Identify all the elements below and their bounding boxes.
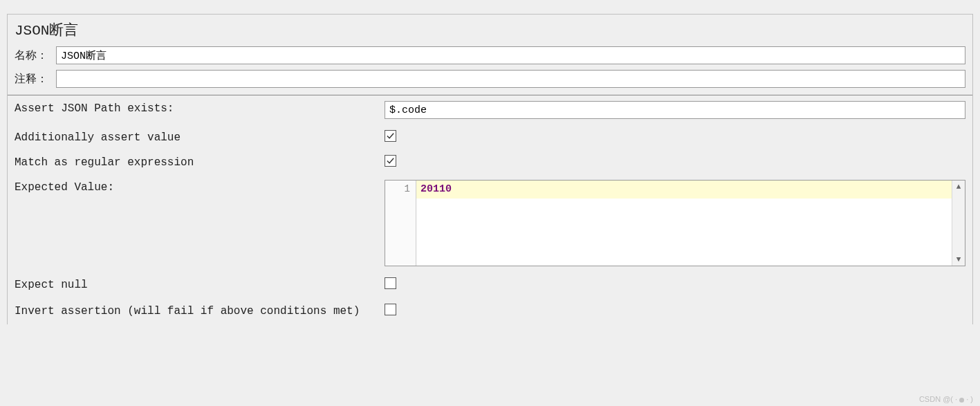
watermark-tail: · ) [964, 395, 973, 403]
assert-value-row: Additionally assert value [8, 124, 972, 149]
expect-null-row: Expect null [8, 272, 972, 298]
json-assertion-panel: JSON断言 名称： 注释： Assert JSON Path exists: … [7, 14, 973, 324]
editor-gutter: 1 [385, 181, 416, 266]
name-label: 名称： [15, 48, 56, 63]
scroll-up-icon[interactable]: ▲ [952, 181, 965, 193]
watermark-text: CSDN @( · [919, 395, 959, 403]
expected-value-editor[interactable]: 1 20110 ▲ ▼ [385, 180, 965, 266]
line-number: 1 [385, 183, 410, 194]
regex-row: Match as regular expression [8, 149, 972, 174]
name-input[interactable] [56, 46, 965, 64]
comment-input[interactable] [56, 70, 965, 88]
comment-row: 注释： [8, 67, 972, 91]
check-icon [386, 156, 395, 165]
regex-checkbox[interactable] [385, 155, 396, 167]
check-icon [386, 131, 395, 140]
expect-null-label: Expect null [15, 277, 385, 291]
panel-title: JSON断言 [8, 15, 972, 44]
scroll-down-icon[interactable]: ▼ [952, 253, 965, 266]
json-path-label: Assert JSON Path exists: [15, 101, 385, 115]
code-line-1[interactable]: 20110 [416, 181, 952, 199]
name-row: 名称： [8, 44, 972, 67]
editor-content[interactable]: 20110 [416, 181, 952, 266]
expected-value-row: Expected Value: 1 20110 ▲ ▼ [8, 174, 972, 272]
invert-checkbox[interactable] [385, 304, 396, 315]
json-path-row: Assert JSON Path exists: [8, 95, 972, 124]
expect-null-checkbox[interactable] [385, 277, 396, 289]
editor-scrollbar[interactable]: ▲ ▼ [952, 181, 965, 266]
watermark: CSDN @( · · ) [919, 395, 973, 403]
assert-value-label: Additionally assert value [15, 130, 385, 144]
comment-label: 注释： [15, 72, 56, 86]
assert-value-checkbox[interactable] [385, 130, 396, 142]
json-path-input[interactable] [385, 101, 965, 119]
expected-value-label: Expected Value: [15, 180, 385, 194]
invert-row: Invert assertion (will fail if above con… [8, 298, 972, 324]
invert-label: Invert assertion (will fail if above con… [15, 304, 385, 317]
regex-label: Match as regular expression [15, 155, 385, 169]
